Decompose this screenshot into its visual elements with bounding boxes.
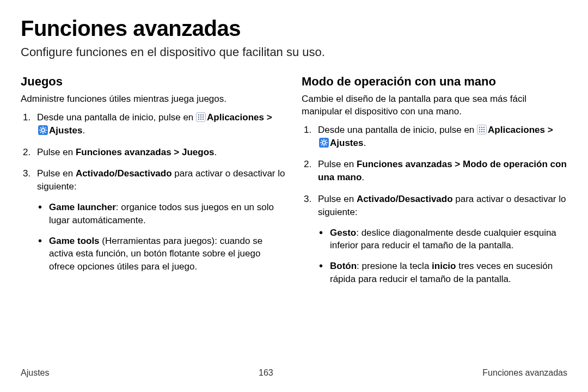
- apps-icon: [196, 112, 206, 122]
- bullet-text: : presione la tecla: [357, 261, 432, 271]
- footer-left: Ajustes: [21, 368, 49, 378]
- footer-right: Funciones avanzadas: [482, 368, 567, 378]
- separator: >: [545, 125, 553, 135]
- bullet-game-launcher: Game launcher: organice todos sus juegos…: [37, 201, 286, 227]
- step-text: Pulse en: [318, 159, 357, 169]
- games-step-2: Pulse en Funciones avanzadas > Juegos.: [21, 146, 286, 159]
- one-handed-step-2: Pulse en Funciones avanzadas > Modo de o…: [302, 158, 567, 184]
- settings-label: Ajustes: [49, 125, 82, 136]
- section-one-handed: Modo de operación con una mano Cambie el…: [302, 75, 567, 295]
- bullet-term: Botón: [330, 261, 357, 271]
- footer-page-number: 163: [259, 368, 273, 378]
- one-handed-steps: Desde una pantalla de inicio, pulse en A…: [302, 124, 567, 286]
- step-text: Desde una pantalla de inicio, pulse en: [37, 112, 196, 122]
- bullet-term: Game launcher: [49, 202, 116, 212]
- content-columns: Juegos Administre funciones útiles mient…: [21, 75, 567, 295]
- bullet-button: Botón: presione la tecla inicio tres vec…: [318, 260, 567, 286]
- step-end: .: [82, 125, 85, 136]
- games-step-3: Pulse en Activado/Desactivado para activ…: [21, 167, 286, 273]
- bullet-term: Gesto: [330, 228, 356, 238]
- games-bullets: Game launcher: organice todos sus juegos…: [37, 201, 286, 273]
- step-text: Pulse en: [37, 147, 76, 157]
- step-end: .: [363, 138, 366, 148]
- games-heading: Juegos: [21, 75, 286, 89]
- page-subtitle: Configure funciones en el dispositivo qu…: [21, 45, 567, 59]
- one-handed-step-3: Pulse en Activado/Desactivado para activ…: [302, 193, 567, 286]
- page-title: Funciones avanzadas: [21, 16, 567, 41]
- one-handed-bullets: Gesto: deslice diagonalmente desde cualq…: [318, 226, 567, 286]
- bullet-gesture: Gesto: deslice diagonalmente desde cualq…: [318, 226, 567, 253]
- bullet-game-tools: Game tools (Herramientas para juegos): c…: [37, 235, 286, 273]
- games-steps: Desde una pantalla de inicio, pulse en A…: [21, 111, 286, 273]
- one-handed-heading: Modo de operación con una mano: [302, 75, 567, 89]
- bullet-inline-bold: inicio: [432, 261, 456, 271]
- step-text: Pulse en: [318, 194, 357, 204]
- bullet-text: : deslice diagonalmente desde cualquier …: [330, 228, 556, 251]
- step-text: Pulse en: [37, 168, 76, 179]
- one-handed-step-1: Desde una pantalla de inicio, pulse en A…: [302, 124, 567, 150]
- gear-icon: [319, 138, 329, 148]
- step-text: .: [362, 172, 364, 182]
- apps-label: Aplicaciones: [488, 125, 545, 135]
- apps-label: Aplicaciones: [207, 112, 264, 122]
- step-bold: Funciones avanzadas > Juegos: [76, 147, 215, 157]
- step-text: .: [215, 147, 217, 157]
- separator: >: [264, 112, 272, 122]
- step-bold: Activado/Desactivado: [357, 194, 453, 204]
- apps-icon: [477, 125, 487, 134]
- page-footer: Ajustes 163 Funciones avanzadas: [21, 368, 567, 378]
- step-bold: Activado/Desactivado: [76, 168, 172, 179]
- gear-icon: [38, 125, 48, 135]
- settings-label: Ajustes: [330, 138, 363, 148]
- one-handed-desc: Cambie el diseño de la pantalla para que…: [302, 93, 567, 118]
- bullet-term: Game tools: [49, 236, 100, 246]
- games-desc: Administre funciones útiles mientras jue…: [21, 93, 286, 106]
- section-games: Juegos Administre funciones útiles mient…: [21, 75, 286, 295]
- games-step-1: Desde una pantalla de inicio, pulse en A…: [21, 111, 286, 137]
- step-text: Desde una pantalla de inicio, pulse en: [318, 125, 477, 135]
